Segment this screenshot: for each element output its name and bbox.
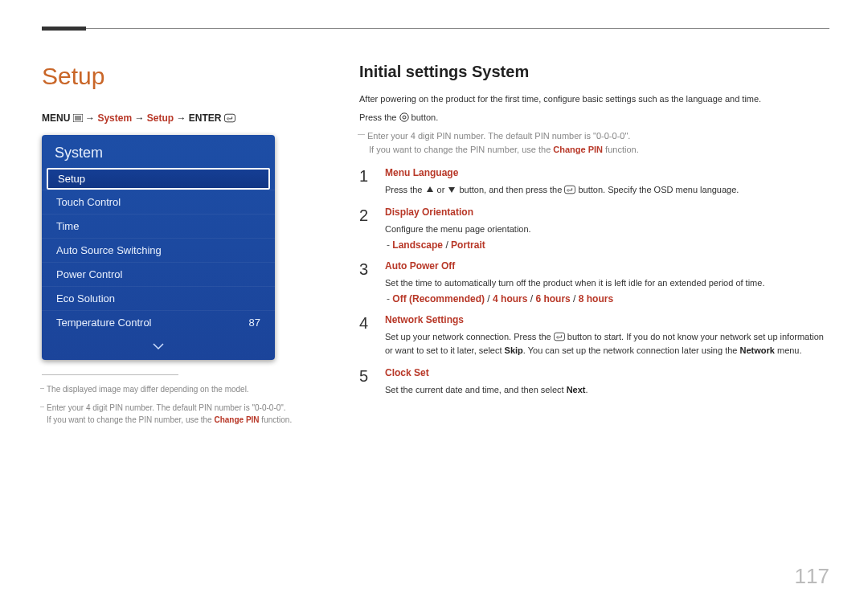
enter-icon xyxy=(224,112,235,124)
pin-note: Enter your 4 digit PIN number. The defau… xyxy=(359,129,829,156)
menu-item-label: Temperature Control xyxy=(56,317,152,329)
menu-item-label: Time xyxy=(56,220,79,232)
menu-item-label: Touch Control xyxy=(56,196,121,208)
menu-item-label: Eco Solution xyxy=(56,292,115,304)
menu-header: System xyxy=(42,135,275,168)
intro-text-2: Press the button. xyxy=(359,111,829,125)
menu-item-eco-solution[interactable]: Eco Solution xyxy=(42,286,275,310)
menu-item-label: Setup xyxy=(58,173,85,185)
up-arrow-icon xyxy=(425,185,435,194)
step-number: 2 xyxy=(359,206,371,251)
circle-button-icon xyxy=(399,112,411,122)
step-text: Configure the menu page orientation. xyxy=(385,223,829,236)
step-1: 1 Menu Language Press the or button, and… xyxy=(359,167,829,197)
menu-scroll-down[interactable] xyxy=(42,334,275,360)
menu-item-value: 87 xyxy=(249,317,260,329)
breadcrumb: MENU → System → Setup → ENTER xyxy=(42,112,311,124)
svg-point-5 xyxy=(399,113,407,121)
step-title-menu-language: Menu Language xyxy=(385,167,829,178)
step-2: 2 Display Orientation Configure the menu… xyxy=(359,206,829,251)
menu-icon xyxy=(73,112,83,124)
svg-rect-7 xyxy=(565,186,575,194)
down-arrow-icon xyxy=(447,185,457,194)
step-number: 4 xyxy=(359,314,371,358)
footnote-pin: Enter your 4 digit PIN number. The defau… xyxy=(42,402,311,426)
menu-item-auto-source[interactable]: Auto Source Switching xyxy=(42,238,275,262)
step-number: 1 xyxy=(359,167,371,197)
footnote-model: The displayed image may differ depending… xyxy=(42,383,311,395)
svg-rect-4 xyxy=(224,114,235,122)
menu-item-power-control[interactable]: Power Control xyxy=(42,262,275,286)
breadcrumb-arrow-1: → xyxy=(85,112,97,124)
enter-icon xyxy=(554,332,565,341)
step-text: Set the time to automatically turn off t… xyxy=(385,276,829,290)
section-heading: Initial settings System xyxy=(359,63,829,81)
system-menu-panel: System Setup Touch Control Time Auto Sou… xyxy=(42,135,275,360)
breadcrumb-setup: Setup xyxy=(147,112,174,124)
page-number: 117 xyxy=(795,564,829,589)
step-text: Set up your network connection. Press th… xyxy=(385,330,829,358)
step-title-clock-set: Clock Set xyxy=(385,367,829,378)
step-3: 3 Auto Power Off Set the time to automat… xyxy=(359,260,829,304)
step-options: Landscape / Portrait xyxy=(385,239,829,251)
step-title-display-orientation: Display Orientation xyxy=(385,206,829,218)
step-options: Off (Recommended) / 4 hours / 6 hours / … xyxy=(385,293,829,304)
breadcrumb-arrow-2: → xyxy=(134,112,146,124)
intro-text-1: After powering on the product for the fi… xyxy=(359,92,829,106)
footnote-divider xyxy=(42,374,178,375)
chevron-down-icon xyxy=(152,339,165,353)
menu-item-setup[interactable]: Setup xyxy=(47,168,270,190)
svg-point-6 xyxy=(403,116,406,119)
breadcrumb-menu: MENU xyxy=(42,112,70,124)
step-text: Press the or button, and then press the … xyxy=(385,183,829,197)
breadcrumb-system: System xyxy=(97,112,132,124)
step-title-auto-power-off: Auto Power Off xyxy=(385,260,829,272)
breadcrumb-enter: ENTER xyxy=(189,112,222,124)
step-number: 5 xyxy=(359,367,371,397)
menu-item-touch-control[interactable]: Touch Control xyxy=(42,190,275,214)
step-5: 5 Clock Set Set the current date and tim… xyxy=(359,367,829,397)
menu-item-time[interactable]: Time xyxy=(42,214,275,238)
step-text: Set the current date and time, and then … xyxy=(385,383,829,397)
enter-icon xyxy=(564,185,575,194)
step-4: 4 Network Settings Set up your network c… xyxy=(359,314,829,358)
menu-item-label: Auto Source Switching xyxy=(56,244,162,256)
top-rule xyxy=(42,28,829,29)
breadcrumb-arrow-3: → xyxy=(176,112,188,124)
svg-rect-8 xyxy=(554,333,564,341)
menu-item-label: Power Control xyxy=(56,268,122,280)
menu-item-temperature-control[interactable]: Temperature Control 87 xyxy=(42,310,275,334)
step-title-network-settings: Network Settings xyxy=(385,314,829,325)
step-number: 3 xyxy=(359,260,371,304)
page-title: Setup xyxy=(42,63,311,90)
